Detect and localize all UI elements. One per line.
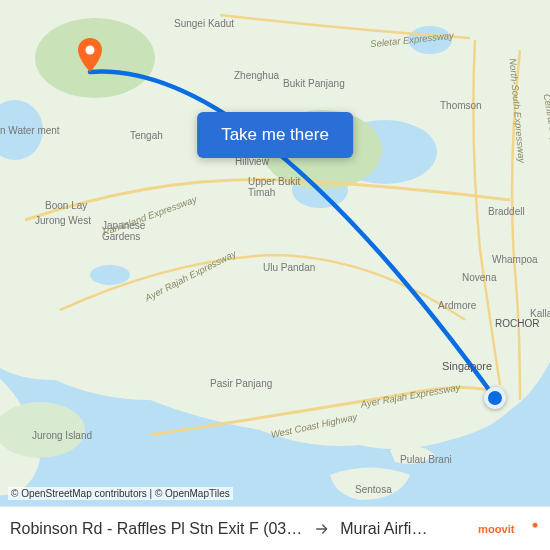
svg-point-4 bbox=[90, 265, 130, 285]
map-base-svg bbox=[0, 0, 550, 550]
city-label: Singapore bbox=[442, 360, 492, 372]
arrow-right-icon bbox=[314, 521, 330, 537]
svg-point-10 bbox=[533, 522, 538, 527]
svg-point-9 bbox=[86, 46, 95, 55]
origin-label: Robinson Rd - Raffles Pl Stn Exit F (03… bbox=[10, 520, 302, 538]
route-summary: Robinson Rd - Raffles Pl Stn Exit F (03…… bbox=[10, 520, 468, 538]
destination-label: Murai Airfi… bbox=[340, 520, 427, 538]
origin-marker[interactable] bbox=[484, 387, 506, 409]
take-me-there-button[interactable]: Take me there bbox=[197, 112, 353, 158]
pin-icon bbox=[73, 38, 107, 72]
map-canvas[interactable]: Sungei KadutZhenghuaBukit PanjangTengahD… bbox=[0, 0, 550, 550]
moovit-logo: moovit bbox=[478, 518, 540, 540]
footer-bar: Robinson Rd - Raffles Pl Stn Exit F (03…… bbox=[0, 506, 550, 550]
destination-marker[interactable] bbox=[73, 38, 107, 72]
map-attribution: © OpenStreetMap contributors | © OpenMap… bbox=[8, 487, 233, 500]
brand-text: moovit bbox=[478, 522, 515, 534]
svg-point-5 bbox=[408, 26, 452, 54]
